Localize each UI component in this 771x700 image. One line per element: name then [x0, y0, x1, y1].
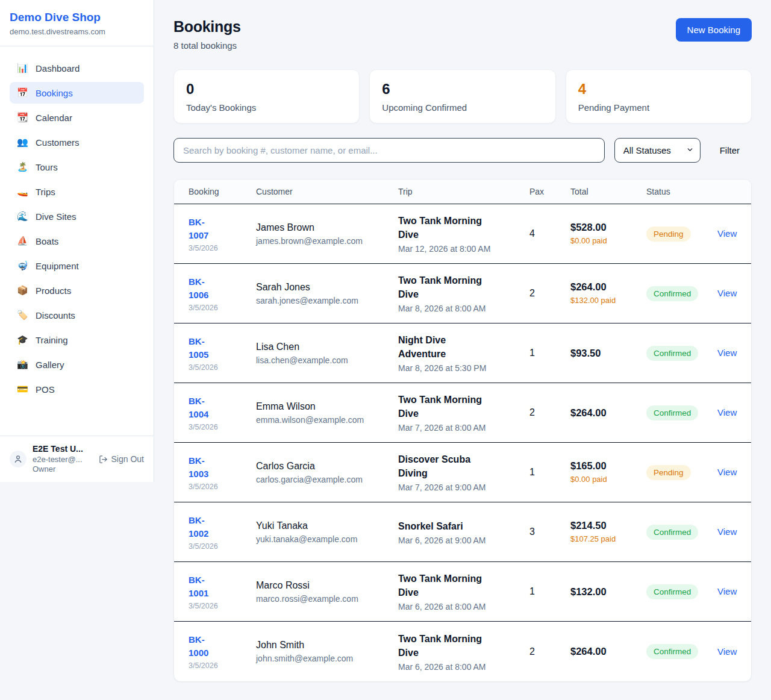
view-link[interactable]: View	[717, 527, 737, 537]
booking-date: 3/5/2026	[189, 304, 250, 312]
trip-datetime: Mar 6, 2026 at 8:00 AM	[398, 662, 523, 672]
status-badge: Confirmed	[646, 405, 698, 420]
stat-value: 6	[382, 80, 543, 98]
trip-name: Two Tank Morning Dive	[398, 273, 493, 301]
avatar	[10, 451, 27, 467]
booking-id-link[interactable]: BK-1000	[189, 633, 223, 660]
view-link[interactable]: View	[717, 646, 737, 657]
table-row: BK-1003 3/5/2026 Carlos Garcia carlos.ga…	[174, 443, 751, 502]
status-badge: Pending	[646, 227, 691, 242]
booking-id-link[interactable]: BK-1005	[189, 335, 223, 361]
trip-name: Two Tank Morning Dive	[398, 572, 493, 599]
sign-out-button[interactable]: Sign Out	[99, 454, 144, 464]
column-header-customer: Customer	[256, 187, 398, 196]
total-amount: $132.00	[570, 586, 640, 598]
customer-name: Sarah Jones	[256, 282, 392, 293]
view-link[interactable]: View	[717, 288, 737, 298]
sidebar-item-trips[interactable]: 🚤 Trips	[10, 181, 144, 202]
search-input[interactable]	[173, 138, 605, 163]
booking-id-link[interactable]: BK-1003	[189, 454, 223, 481]
status-filter-select[interactable]: All Statuses	[614, 138, 701, 163]
sidebar-item-customers[interactable]: 👥 Customers	[10, 131, 144, 153]
customer-email: marco.rossi@example.com	[256, 594, 392, 604]
customer-email: sarah.jones@example.com	[256, 296, 392, 305]
view-link[interactable]: View	[717, 348, 737, 358]
view-link[interactable]: View	[717, 586, 737, 596]
trip-name: Snorkel Safari	[398, 519, 493, 533]
booking-id-link[interactable]: BK-1006	[189, 275, 223, 302]
view-link[interactable]: View	[717, 228, 737, 239]
booking-id-link[interactable]: BK-1002	[189, 514, 223, 540]
pax-count: 1	[529, 586, 570, 597]
credit-card-icon: 💳	[17, 384, 28, 395]
sidebar-item-label: POS	[36, 384, 55, 395]
status-select-wrap: All Statuses	[614, 138, 701, 163]
sidebar-item-calendar[interactable]: 📆 Calendar	[10, 107, 144, 128]
sidebar-item-label: Gallery	[36, 360, 64, 370]
table-header: Booking Customer Trip Pax Total Status	[174, 180, 751, 204]
paid-amount: $0.00 paid	[570, 236, 617, 246]
stat-card: 6 Upcoming Confirmed	[369, 69, 555, 123]
sidebar-item-training[interactable]: 🎓 Training	[10, 329, 144, 351]
column-header-booking: Booking	[189, 187, 256, 196]
trip-datetime: Mar 7, 2026 at 8:00 AM	[398, 423, 523, 433]
sidebar-item-label: Customers	[36, 137, 80, 148]
customer-name: Yuki Tanaka	[256, 520, 392, 531]
sidebar-item-dashboard[interactable]: 📊 Dashboard	[10, 57, 144, 79]
customer-name: Emma Wilson	[256, 401, 392, 412]
pax-count: 2	[529, 646, 570, 657]
booking-id-link[interactable]: BK-1007	[189, 216, 223, 242]
total-amount: $214.50	[570, 520, 640, 531]
sailboat-icon: ⛵	[17, 236, 28, 246]
paid-amount: $0.00 paid	[570, 474, 617, 484]
booking-date: 3/5/2026	[189, 542, 250, 551]
customer-name: Lisa Chen	[256, 342, 392, 352]
sidebar-item-tours[interactable]: 🏝️ Tours	[10, 156, 144, 178]
calendar-icon: 📅	[17, 87, 28, 98]
sidebar-item-label: Products	[36, 286, 71, 296]
sidebar-item-bookings[interactable]: 📅 Bookings	[10, 82, 144, 104]
view-link[interactable]: View	[717, 467, 737, 477]
table-row: BK-1000 3/5/2026 John Smith john.smith@e…	[174, 622, 751, 681]
booking-date: 3/5/2026	[189, 602, 250, 610]
customer-name: John Smith	[256, 640, 392, 651]
booking-id-link[interactable]: BK-1004	[189, 395, 223, 421]
pax-count: 1	[529, 348, 570, 358]
total-amount: $264.00	[570, 407, 640, 419]
diving-mask-icon: 🤿	[17, 260, 28, 271]
user-name: E2E Test U...	[33, 444, 83, 455]
sidebar-item-products[interactable]: 📦 Products	[10, 280, 144, 301]
new-booking-button[interactable]: New Booking	[676, 18, 752, 42]
sidebar-item-label: Dive Sites	[36, 211, 76, 222]
sidebar-item-discounts[interactable]: 🏷️ Discounts	[10, 304, 144, 326]
user-section: E2E Test U... e2e-tester@... Owner Sign …	[0, 436, 154, 482]
pax-count: 4	[529, 228, 570, 239]
sidebar-item-dive-sites[interactable]: 🌊 Dive Sites	[10, 205, 144, 227]
filter-button[interactable]: Filter	[708, 145, 752, 155]
sidebar-item-label: Boats	[36, 236, 58, 246]
sidebar-item-label: Discounts	[36, 310, 75, 320]
sidebar-item-label: Tours	[36, 162, 58, 172]
table-row: BK-1007 3/5/2026 James Brown james.brown…	[174, 204, 751, 264]
column-header-status: Status	[646, 187, 717, 196]
booking-id-link[interactable]: BK-1001	[189, 573, 223, 600]
sign-out-icon	[99, 455, 108, 464]
graduation-cap-icon: 🎓	[17, 334, 28, 345]
user-icon	[13, 454, 23, 464]
total-bookings-count: 8 total bookings	[173, 40, 241, 51]
pax-count: 3	[529, 527, 570, 537]
sidebar-header: Demo Dive Shop demo.test.divestreams.com	[0, 0, 154, 46]
sidebar-item-label: Calendar	[36, 113, 72, 123]
status-badge: Confirmed	[646, 286, 698, 301]
view-link[interactable]: View	[717, 407, 737, 417]
booking-date: 3/5/2026	[189, 423, 250, 431]
customer-name: Carlos Garcia	[256, 461, 392, 472]
sidebar-item-label: Dashboard	[36, 63, 80, 73]
sidebar-item-pos[interactable]: 💳 POS	[10, 378, 144, 400]
sidebar-item-boats[interactable]: ⛵ Boats	[10, 230, 144, 252]
user-email: e2e-tester@...	[33, 455, 83, 464]
sidebar-item-gallery[interactable]: 📸 Gallery	[10, 354, 144, 375]
sidebar-item-equipment[interactable]: 🤿 Equipment	[10, 255, 144, 277]
booking-date: 3/5/2026	[189, 244, 250, 252]
tear-off-calendar-icon: 📆	[17, 112, 28, 123]
